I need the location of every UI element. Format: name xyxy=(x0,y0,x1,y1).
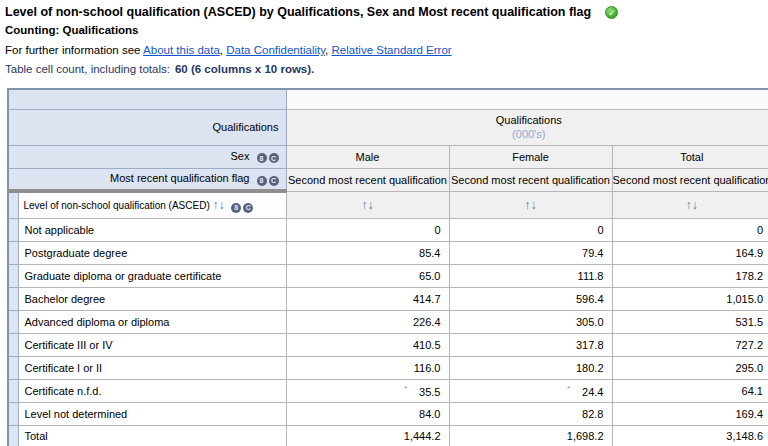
page-title: Level of non-school qualification (ASCED… xyxy=(5,5,591,19)
flag-header-male: Second most recent qualification xyxy=(286,168,449,191)
circle-8-icon[interactable]: 8 xyxy=(257,153,267,163)
top-empty-cell xyxy=(286,89,768,109)
data-cell: 596.4 xyxy=(449,287,612,310)
row-indent-cell xyxy=(8,287,18,310)
data-cell: 531.5 xyxy=(612,310,768,333)
table-row: Bachelor degree 414.7 596.4 1,015.0 xyxy=(8,287,768,310)
row-dimension-header[interactable]: Qualifications xyxy=(8,109,286,145)
row-indent-cell xyxy=(8,241,18,264)
data-value: 24.4 xyxy=(582,385,603,397)
column-header-female[interactable]: Female xyxy=(449,145,612,168)
flag-header-female: Second most recent qualification xyxy=(449,168,612,191)
sex-dimension-icons: 8 C xyxy=(257,153,279,163)
data-cell: 116.0 xyxy=(286,356,449,379)
flag-dimension-label: Most recent qualification flag xyxy=(110,172,249,184)
data-cell: 164.9 xyxy=(612,241,768,264)
data-cell: 0 xyxy=(286,218,449,241)
data-cell: 727.2 xyxy=(612,333,768,356)
level-dimension-icons: 8 C xyxy=(231,203,253,213)
row-label: Postgraduate degree xyxy=(18,241,286,264)
flag-header-total: Second most recent qualification xyxy=(612,168,768,191)
column-header-total[interactable]: Total xyxy=(612,145,768,168)
cell-count-label: Table cell count, including totals: xyxy=(5,63,170,75)
circle-c-icon[interactable]: C xyxy=(269,153,279,163)
sort-descending-icon[interactable]: ↓ xyxy=(692,198,698,212)
annotation-asterisk-icon: * xyxy=(404,384,407,393)
data-cell: 84.0 xyxy=(286,402,449,425)
row-indent-cell xyxy=(8,425,18,446)
data-cell: 82.8 xyxy=(449,402,612,425)
row-label: Advanced diploma or diploma xyxy=(18,310,286,333)
data-cell: 1,444.2 xyxy=(286,425,449,446)
column-group-row: Qualifications Qualifications (000's) xyxy=(8,109,768,145)
sort-control-female: ↑↓ xyxy=(449,191,612,218)
link-separator: , xyxy=(220,44,223,56)
data-cell: 111.8 xyxy=(449,264,612,287)
further-information-line: For further information see About this d… xyxy=(5,44,768,56)
row-label: Bachelor degree xyxy=(18,287,286,310)
row-label: Graduate diploma or graduate certificate xyxy=(18,264,286,287)
row-indent-cell xyxy=(8,191,18,218)
data-cell: 180.2 xyxy=(449,356,612,379)
data-cell: 79.4 xyxy=(449,241,612,264)
data-cell-annotated: *24.4 xyxy=(449,379,612,402)
table-row-total: Total 1,444.2 1,698.2 3,148.6 xyxy=(8,425,768,446)
sort-control-total: ↑↓ xyxy=(612,191,768,218)
data-cell: 1,015.0 xyxy=(612,287,768,310)
row-label: Total xyxy=(18,425,286,446)
qualification-flag-row: Most recent qualification flag 8 C Secon… xyxy=(8,168,768,191)
circle-8-icon[interactable]: 8 xyxy=(257,176,267,186)
relative-standard-error-link[interactable]: Relative Standard Error xyxy=(332,44,452,56)
cell-count-value: 60 (6 columns x 10 rows). xyxy=(175,63,314,75)
row-label: Not applicable xyxy=(18,218,286,241)
row-label: Level not determined xyxy=(18,402,286,425)
about-this-data-link[interactable]: About this data xyxy=(143,44,220,56)
table-row: Certificate III or IV 410.5 317.8 727.2 xyxy=(8,333,768,356)
counting-label: Counting: Qualifications xyxy=(5,24,768,36)
table-row: Not applicable 0 0 0 xyxy=(8,218,768,241)
column-group-unit: (000's) xyxy=(287,128,768,140)
data-cell: 3,148.6 xyxy=(612,425,768,446)
data-confidentiality-link[interactable]: Data Confidentiality xyxy=(226,44,325,56)
table-row: Certificate n.f.d. *35.5 *24.4 64.1 xyxy=(8,379,768,402)
link-separator: , xyxy=(325,44,328,56)
level-dimension-cell[interactable]: Level of non-school qualification (ASCED… xyxy=(18,191,286,218)
flag-dimension-cell[interactable]: Most recent qualification flag 8 C xyxy=(8,168,286,191)
column-group-label: Qualifications xyxy=(287,114,768,126)
sort-descending-icon[interactable]: ↓ xyxy=(531,198,537,212)
sex-dimension-cell[interactable]: Sex 8 C xyxy=(8,145,286,168)
row-dimension-header-row: Level of non-school qualification (ASCED… xyxy=(8,191,768,218)
sex-dimension-label: Sex xyxy=(230,150,249,162)
title-row: Level of non-school qualification (ASCED… xyxy=(5,5,768,19)
column-group-header: Qualifications (000's) xyxy=(286,109,768,145)
data-value: 35.5 xyxy=(419,385,440,397)
data-cell: 0 xyxy=(612,218,768,241)
data-cell: 178.2 xyxy=(612,264,768,287)
validation-success-icon: ✓ xyxy=(605,6,618,19)
sort-control-male: ↑↓ xyxy=(286,191,449,218)
circle-c-icon[interactable]: C xyxy=(269,176,279,186)
circle-8-icon[interactable]: 8 xyxy=(231,203,241,213)
data-cell: 295.0 xyxy=(612,356,768,379)
sort-descending-icon[interactable]: ↓ xyxy=(368,198,374,212)
move-down-icon[interactable]: ↓ xyxy=(219,198,225,212)
data-cell: 169.4 xyxy=(612,402,768,425)
row-label: Certificate III or IV xyxy=(18,333,286,356)
table-row: Advanced diploma or diploma 226.4 305.0 … xyxy=(8,310,768,333)
table-row: Certificate I or II 116.0 180.2 295.0 xyxy=(8,356,768,379)
row-indent-cell xyxy=(8,310,18,333)
corner-empty-cell xyxy=(8,89,286,109)
row-indent-cell xyxy=(8,356,18,379)
table-row: Postgraduate degree 85.4 79.4 164.9 xyxy=(8,241,768,264)
column-header-male[interactable]: Male xyxy=(286,145,449,168)
data-cell-annotated: *35.5 xyxy=(286,379,449,402)
data-cell: 410.5 xyxy=(286,333,449,356)
row-indent-cell xyxy=(8,402,18,425)
row-label: Certificate n.f.d. xyxy=(18,379,286,402)
row-indent-cell xyxy=(8,264,18,287)
data-cell: 85.4 xyxy=(286,241,449,264)
data-cell: 414.7 xyxy=(286,287,449,310)
data-cell: 1,698.2 xyxy=(449,425,612,446)
annotation-asterisk-icon: * xyxy=(567,384,570,393)
circle-c-icon[interactable]: C xyxy=(243,203,253,213)
